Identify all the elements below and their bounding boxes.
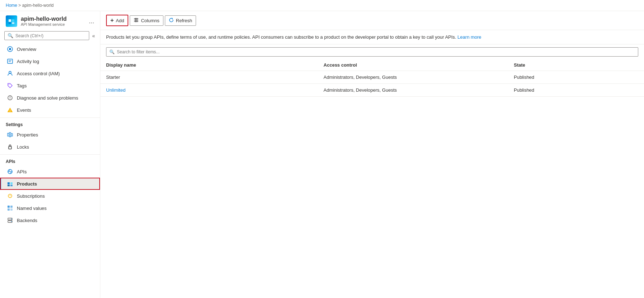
add-button[interactable]: + Add — [106, 15, 128, 26]
svg-point-29 — [10, 197, 10, 197]
search-input[interactable] — [15, 33, 86, 38]
svg-rect-17 — [8, 133, 9, 136]
refresh-button[interactable]: Refresh — [165, 15, 196, 26]
cell-display-name: Starter — [100, 71, 318, 84]
sidebar-item-products[interactable]: Products — [0, 178, 100, 190]
cell-access-control: Administrators, Developers, Guests — [318, 84, 508, 97]
svg-rect-6 — [8, 59, 13, 63]
columns-button[interactable]: Columns — [130, 15, 163, 26]
table-row: StarterAdministrators, Developers, Guest… — [100, 71, 644, 84]
refresh-icon — [169, 18, 174, 24]
sidebar-label-diagnose: Diagnose and solve problems — [17, 95, 78, 101]
svg-rect-1 — [12, 19, 14, 22]
sidebar-title-block: apim-hello-world API Management service — [21, 16, 67, 27]
learn-more-link[interactable]: Learn more — [458, 34, 481, 40]
svg-rect-33 — [10, 208, 13, 211]
description-text: Products let you group APIs, define term… — [106, 34, 456, 40]
description-bar: Products let you group APIs, define term… — [100, 30, 644, 44]
sidebar-item-diagnose[interactable]: Diagnose and solve problems — [0, 92, 100, 104]
sidebar-item-locks[interactable]: Locks — [0, 141, 100, 153]
sidebar-item-apis[interactable]: APIs — [0, 165, 100, 178]
diagnose-icon — [7, 95, 13, 101]
sidebar-label-tags: Tags — [17, 83, 27, 88]
cell-state: Published — [508, 84, 644, 97]
sidebar-item-events[interactable]: Events — [0, 104, 100, 116]
filter-search-box: 🔍 — [106, 47, 638, 57]
sidebar-item-overview[interactable]: Overview — [0, 43, 100, 55]
sidebar-item-subscriptions[interactable]: Subscriptions — [0, 190, 100, 202]
subscriptions-icon — [7, 193, 13, 199]
col-header-access-control[interactable]: Access control — [318, 59, 508, 71]
breadcrumb-sep: > — [18, 3, 21, 8]
tags-icon — [7, 82, 13, 89]
iam-icon — [7, 70, 13, 77]
products-table-container: Display name Access control State Starte… — [100, 59, 644, 97]
svg-rect-20 — [9, 146, 11, 149]
sidebar-label-properties: Properties — [17, 132, 38, 138]
sidebar-label-backends: Backends — [17, 218, 37, 223]
sidebar-item-tags[interactable]: Tags — [0, 80, 100, 92]
sidebar-label-apis: APIs — [17, 169, 27, 174]
svg-rect-32 — [8, 208, 10, 211]
sidebar-item-access-control[interactable]: Access control (IAM) — [0, 67, 100, 80]
svg-point-36 — [11, 219, 12, 220]
sidebar-item-named-values[interactable]: Named values — [0, 202, 100, 214]
svg-rect-24 — [10, 182, 13, 184]
columns-icon — [134, 18, 139, 24]
svg-rect-30 — [8, 206, 10, 208]
svg-point-10 — [9, 84, 9, 85]
svg-rect-3 — [12, 22, 14, 24]
breadcrumb-current: apim-hello-world — [22, 3, 54, 8]
sidebar-label-locks: Locks — [17, 144, 29, 150]
sidebar-label-access-control: Access control (IAM) — [17, 71, 60, 76]
svg-point-9 — [9, 71, 11, 73]
svg-point-5 — [9, 48, 11, 50]
sidebar-item-properties[interactable]: Properties — [0, 129, 100, 141]
app-icon — [6, 15, 17, 27]
app-subtitle: API Management service — [21, 22, 67, 27]
locks-icon — [7, 144, 13, 150]
named-values-icon — [7, 205, 13, 211]
svg-rect-19 — [11, 134, 13, 136]
main-content: + Add Columns Refresh Products let you g… — [100, 11, 644, 298]
breadcrumb: Home > apim-hello-world — [0, 0, 644, 11]
products-table: Display name Access control State Starte… — [100, 59, 644, 97]
ellipsis-menu[interactable]: ... — [89, 18, 94, 25]
products-icon — [7, 181, 13, 187]
sidebar-label-events: Events — [17, 107, 31, 113]
breadcrumb-home[interactable]: Home — [6, 3, 17, 8]
svg-rect-31 — [10, 206, 13, 208]
svg-rect-23 — [8, 182, 10, 184]
sidebar-search-box: 🔍 — [4, 31, 89, 40]
svg-point-13 — [10, 98, 10, 99]
cell-access-control: Administrators, Developers, Guests — [318, 71, 508, 84]
svg-rect-0 — [9, 19, 11, 22]
sidebar-search-container: 🔍 « — [0, 30, 100, 43]
events-icon — [7, 107, 13, 113]
add-icon: + — [110, 17, 114, 24]
filter-bar: 🔍 — [100, 44, 644, 59]
columns-label: Columns — [141, 18, 159, 23]
sidebar-label-overview: Overview — [17, 47, 36, 52]
sidebar-label-products: Products — [17, 181, 37, 187]
cell-state: Published — [508, 71, 644, 84]
sidebar-header: apim-hello-world API Management service … — [0, 11, 100, 30]
refresh-label: Refresh — [176, 18, 192, 23]
sidebar-item-backends[interactable]: Backends — [0, 214, 100, 226]
apis-icon — [7, 168, 13, 175]
col-header-display-name[interactable]: Display name — [100, 59, 318, 71]
filter-search-icon: 🔍 — [109, 49, 115, 54]
sidebar-label-activity-log: Activity log — [17, 59, 39, 64]
collapse-button[interactable]: « — [91, 32, 96, 39]
col-header-state[interactable]: State — [508, 59, 644, 71]
product-link[interactable]: Unlimited — [106, 87, 125, 93]
filter-input[interactable] — [117, 49, 635, 54]
toolbar: + Add Columns Refresh — [100, 11, 644, 30]
svg-point-16 — [10, 111, 10, 112]
cell-display-name: Unlimited — [100, 84, 318, 97]
svg-point-37 — [11, 221, 12, 222]
add-label: Add — [116, 18, 124, 23]
overview-icon — [7, 46, 13, 52]
sidebar-item-activity-log[interactable]: Activity log — [0, 55, 100, 67]
svg-rect-18 — [9, 133, 11, 137]
